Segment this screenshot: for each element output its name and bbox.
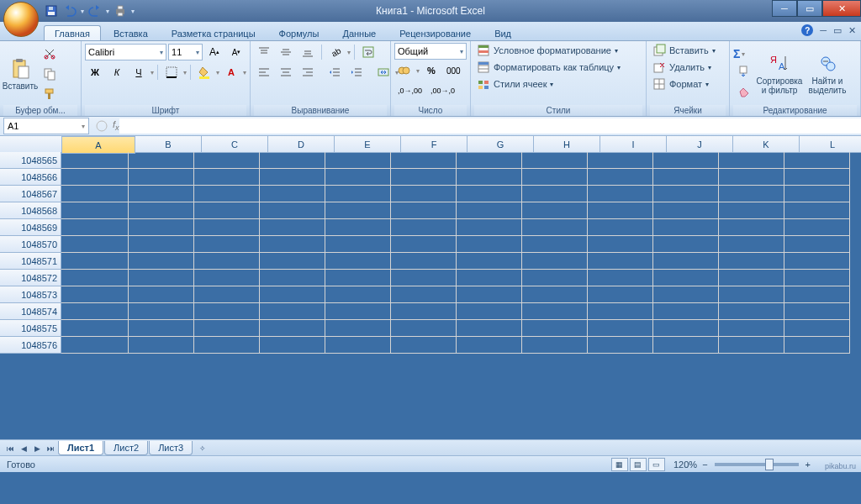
cell[interactable] xyxy=(194,286,260,303)
print-icon[interactable] xyxy=(113,3,128,18)
cell[interactable] xyxy=(260,169,325,186)
column-header[interactable]: J xyxy=(667,136,733,153)
sheet-tab[interactable]: Лист2 xyxy=(104,441,148,455)
cell[interactable] xyxy=(522,202,588,219)
cell[interactable] xyxy=(194,253,260,270)
cell[interactable] xyxy=(784,152,850,169)
cell[interactable] xyxy=(784,219,850,236)
column-header[interactable]: D xyxy=(268,136,335,153)
increase-indent-icon[interactable] xyxy=(346,63,367,81)
tab-data[interactable]: Данные xyxy=(331,25,387,40)
cell[interactable] xyxy=(522,320,588,337)
autosum-icon[interactable]: Σ xyxy=(733,47,740,60)
cell[interactable] xyxy=(522,236,588,253)
view-normal-icon[interactable]: ▦ xyxy=(611,458,628,471)
cell[interactable] xyxy=(260,286,325,303)
cell[interactable] xyxy=(61,186,129,202)
cell[interactable] xyxy=(784,236,850,253)
align-right-icon[interactable] xyxy=(298,63,318,81)
cell[interactable] xyxy=(457,152,522,169)
cell[interactable] xyxy=(325,253,391,270)
cell[interactable] xyxy=(588,337,653,354)
select-all-corner[interactable] xyxy=(0,136,62,153)
help-icon[interactable]: ? xyxy=(801,24,813,36)
sheet-nav-next-icon[interactable]: ▶ xyxy=(30,442,44,455)
cell[interactable] xyxy=(522,186,588,202)
cell[interactable] xyxy=(522,303,588,320)
undo-dropdown-icon[interactable]: ▾ xyxy=(81,8,84,15)
sheet-tab[interactable]: Лист1 xyxy=(58,441,103,455)
cell[interactable] xyxy=(784,270,850,286)
cell[interactable] xyxy=(325,186,391,202)
font-size-select[interactable]: 11▾ xyxy=(168,44,203,60)
row-header[interactable]: 1048565 xyxy=(0,152,61,169)
cell[interactable] xyxy=(719,253,784,270)
cell[interactable] xyxy=(129,303,194,320)
wrap-text-icon[interactable] xyxy=(358,43,378,61)
insert-cells-button[interactable]: Вставить▾ xyxy=(650,43,726,58)
cell[interactable] xyxy=(325,152,391,169)
cell[interactable] xyxy=(391,253,457,270)
cell[interactable] xyxy=(129,186,194,202)
align-bottom-icon[interactable] xyxy=(298,43,318,61)
comma-icon[interactable]: 000 xyxy=(443,61,464,80)
cell[interactable] xyxy=(325,169,391,186)
cell[interactable] xyxy=(260,186,325,202)
align-left-icon[interactable] xyxy=(254,63,274,81)
cell[interactable] xyxy=(61,219,129,236)
cell[interactable] xyxy=(457,303,522,320)
cell[interactable] xyxy=(129,253,194,270)
tab-page-layout[interactable]: Разметка страницы xyxy=(161,25,267,40)
column-header[interactable]: A xyxy=(61,136,135,154)
column-header[interactable]: B xyxy=(135,136,202,153)
sheet-tab[interactable]: Лист3 xyxy=(149,441,193,455)
cell[interactable] xyxy=(457,270,522,286)
cell[interactable] xyxy=(194,337,260,354)
view-page-break-icon[interactable]: ▭ xyxy=(648,458,665,471)
cell[interactable] xyxy=(653,236,719,253)
cell[interactable] xyxy=(653,253,719,270)
paste-button[interactable]: Вставить xyxy=(3,58,37,91)
cell[interactable] xyxy=(719,270,784,286)
cell[interactable] xyxy=(588,236,653,253)
cell[interactable] xyxy=(61,253,129,270)
cell[interactable] xyxy=(588,270,653,286)
cell[interactable] xyxy=(784,202,850,219)
cell[interactable] xyxy=(784,320,850,337)
row-header[interactable]: 1048574 xyxy=(0,303,61,320)
cell[interactable] xyxy=(194,270,260,286)
cell[interactable] xyxy=(391,169,457,186)
cell[interactable] xyxy=(61,303,129,320)
cell[interactable] xyxy=(194,219,260,236)
zoom-slider[interactable] xyxy=(715,463,799,466)
save-icon[interactable] xyxy=(44,3,59,18)
cell[interactable] xyxy=(61,286,129,303)
cell[interactable] xyxy=(129,337,194,354)
cell[interactable] xyxy=(129,219,194,236)
cell[interactable] xyxy=(457,236,522,253)
cell[interactable] xyxy=(457,286,522,303)
cell[interactable] xyxy=(719,152,784,169)
format-painter-icon[interactable] xyxy=(40,85,60,103)
cell[interactable] xyxy=(784,337,850,354)
cell[interactable] xyxy=(522,337,588,354)
maximize-button[interactable]: ▭ xyxy=(797,0,822,17)
align-middle-icon[interactable] xyxy=(276,43,296,61)
format-cells-button[interactable]: Формат▾ xyxy=(650,76,726,92)
cell[interactable] xyxy=(325,236,391,253)
cell[interactable] xyxy=(61,270,129,286)
cell[interactable] xyxy=(260,303,325,320)
column-header[interactable]: L xyxy=(800,136,861,153)
column-header[interactable]: E xyxy=(335,136,401,153)
fx-icon[interactable]: fx xyxy=(113,119,119,132)
cell[interactable] xyxy=(588,253,653,270)
cell[interactable] xyxy=(653,169,719,186)
cell[interactable] xyxy=(61,169,129,186)
cell[interactable] xyxy=(719,202,784,219)
row-header[interactable]: 1048569 xyxy=(0,219,61,236)
cell[interactable] xyxy=(260,270,325,286)
cell[interactable] xyxy=(391,152,457,169)
undo-icon[interactable] xyxy=(62,3,77,18)
view-page-layout-icon[interactable]: ▤ xyxy=(630,458,647,471)
tab-formulas[interactable]: Формулы xyxy=(268,25,330,40)
